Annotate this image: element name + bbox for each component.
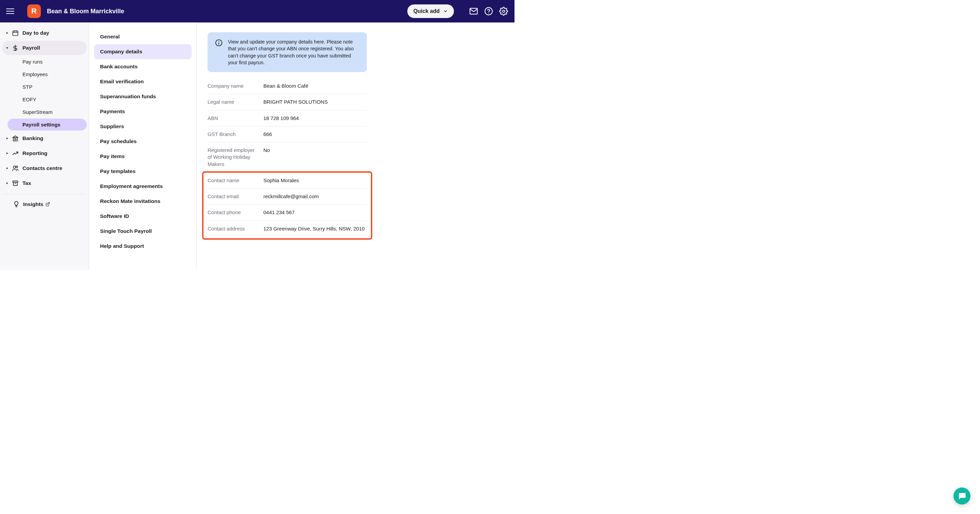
value-gst-branch: 666 xyxy=(263,131,367,138)
content-panel: View and update your company details her… xyxy=(197,22,514,270)
settings-item-suppliers[interactable]: Suppliers xyxy=(94,119,192,134)
svg-line-26 xyxy=(47,203,49,205)
company-title: Bean & Bloom Marrickville xyxy=(47,8,124,15)
value-legal-name: BRIGHT PATH SOLUTIONS xyxy=(263,98,367,105)
sidebar-item-insights[interactable]: Insights xyxy=(0,198,89,211)
quick-add-button[interactable]: Quick add xyxy=(407,5,454,18)
lightbulb-icon xyxy=(13,201,20,208)
row-abn: ABN 18 728 109 964 xyxy=(208,111,367,127)
sidebar-item-label: Tax xyxy=(22,180,31,186)
sidebar-item-tax[interactable]: Tax xyxy=(2,176,87,190)
sidebar-sub-pay-runs[interactable]: Pay runs xyxy=(8,56,87,68)
settings-item-label: Pay items xyxy=(100,153,124,159)
sidebar-item-reporting[interactable]: Reporting xyxy=(2,146,87,160)
brand-badge[interactable]: R xyxy=(27,5,41,18)
settings-item-label: Email verification xyxy=(100,79,143,84)
calendar-icon xyxy=(11,29,19,37)
sidebar-sub-stp[interactable]: STP xyxy=(8,81,87,93)
label-contact-phone: Contact phone xyxy=(208,209,263,216)
label-contact-email: Contact email xyxy=(208,193,263,200)
label-company-name: Company name xyxy=(208,82,263,89)
svg-marker-4 xyxy=(6,32,8,34)
settings-item-label: Software ID xyxy=(100,213,129,219)
settings-item-superannuation-funds[interactable]: Superannuation funds xyxy=(94,89,192,104)
sidebar-item-contacts[interactable]: Contacts centre xyxy=(2,161,87,175)
mail-icon[interactable] xyxy=(469,6,479,16)
settings-item-label: Help and Support xyxy=(100,243,144,249)
hamburger-menu[interactable] xyxy=(6,6,16,16)
sidebar-item-label: Contacts centre xyxy=(22,165,62,171)
settings-item-pay-templates[interactable]: Pay templates xyxy=(94,164,192,179)
row-gst-branch: GST Branch 666 xyxy=(208,127,367,143)
caret-right-icon xyxy=(5,30,10,35)
svg-point-20 xyxy=(13,166,16,168)
settings-item-label: Pay schedules xyxy=(100,138,137,144)
settings-item-employment-agreements[interactable]: Employment agreements xyxy=(94,179,192,194)
sidebar-item-payroll[interactable]: Payroll xyxy=(2,41,87,55)
settings-item-bank-accounts[interactable]: Bank accounts xyxy=(94,59,192,74)
sidebar-sub-superstream[interactable]: SuperStream xyxy=(8,106,87,118)
settings-item-label: Single Touch Payroll xyxy=(100,228,152,234)
settings-item-label: General xyxy=(100,34,120,40)
dollar-icon xyxy=(11,44,19,52)
settings-item-pay-items[interactable]: Pay items xyxy=(94,149,192,164)
sidebar-sub-eofy[interactable]: EOFY xyxy=(8,94,87,105)
sidebar-item-label: Reporting xyxy=(22,150,47,156)
label-contact-address: Contact address xyxy=(208,225,263,232)
row-whm: Registered employer of Working Holiday M… xyxy=(208,143,367,172)
settings-item-email-verification[interactable]: Email verification xyxy=(94,74,192,89)
svg-marker-12 xyxy=(13,136,18,138)
svg-marker-9 xyxy=(6,47,8,49)
help-icon[interactable] xyxy=(484,6,493,16)
info-callout: View and update your company details her… xyxy=(208,32,367,72)
settings-item-label: Pay templates xyxy=(100,168,135,174)
row-legal-name: Legal name BRIGHT PATH SOLUTIONS xyxy=(208,94,367,110)
settings-item-reckon-mate-invitations[interactable]: Reckon Mate invitations xyxy=(94,194,192,209)
settings-item-company-details[interactable]: Company details xyxy=(94,44,192,59)
settings-item-label: Employment agreements xyxy=(100,183,163,189)
row-company-name: Company name Bean & Bloom Café xyxy=(208,78,367,94)
settings-item-single-touch-payroll[interactable]: Single Touch Payroll xyxy=(94,224,192,239)
sidebar-item-label: Payroll xyxy=(22,45,40,51)
label-gst-branch: GST Branch xyxy=(208,131,263,138)
settings-item-label: Bank accounts xyxy=(100,63,137,69)
sidebar-sub-label: Payroll settings xyxy=(22,122,60,127)
sidebar-item-banking[interactable]: Banking xyxy=(2,131,87,146)
sidebar-sub-payroll-settings[interactable]: Payroll settings xyxy=(8,119,87,130)
brand-letter: R xyxy=(31,7,37,16)
settings-item-pay-schedules[interactable]: Pay schedules xyxy=(94,134,192,149)
label-whm: Registered employer of Working Holiday M… xyxy=(208,147,263,168)
value-abn: 18 728 109 964 xyxy=(263,115,367,122)
label-contact-name: Contact name xyxy=(208,177,263,184)
sidebar-item-label: Banking xyxy=(22,135,43,141)
sidebar-sub-label: Pay runs xyxy=(22,59,43,65)
sidebar-sub-label: STP xyxy=(22,84,32,90)
gear-icon[interactable] xyxy=(499,6,508,16)
svg-marker-22 xyxy=(6,182,8,184)
company-details-block: Company name Bean & Bloom Café Legal nam… xyxy=(208,78,367,172)
archive-icon xyxy=(11,179,19,187)
settings-item-help-support[interactable]: Help and Support xyxy=(94,239,192,254)
settings-item-general[interactable]: General xyxy=(94,29,192,44)
sidebar-item-label: Day to day xyxy=(22,30,49,36)
row-contact-name: Contact name Sophia Morales xyxy=(208,172,367,189)
chevron-down-icon xyxy=(443,9,448,14)
sidebar-item-day-to-day[interactable]: Day to day xyxy=(2,26,87,40)
sidebar-sub-employees[interactable]: Employees xyxy=(8,68,87,80)
insights-label: Insights xyxy=(23,201,43,207)
row-contact-phone: Contact phone 0441 234 567 xyxy=(208,205,367,221)
label-abn: ABN xyxy=(208,115,263,122)
external-link-icon xyxy=(45,202,50,207)
value-contact-phone: 0441 234 567 xyxy=(263,209,367,216)
label-legal-name: Legal name xyxy=(208,98,263,105)
bank-icon xyxy=(11,135,19,142)
top-bar: R Bean & Bloom Marrickville Quick add xyxy=(0,0,514,22)
settings-item-label: Superannuation funds xyxy=(100,94,156,99)
settings-item-software-id[interactable]: Software ID xyxy=(94,209,192,224)
info-text: View and update your company details her… xyxy=(228,38,360,66)
svg-marker-18 xyxy=(6,152,8,154)
row-contact-address: Contact address 123 Greenway Drive, Surr… xyxy=(208,221,367,239)
settings-item-payments[interactable]: Payments xyxy=(94,104,192,119)
svg-marker-11 xyxy=(6,137,8,140)
settings-item-label: Reckon Mate invitations xyxy=(100,198,160,204)
